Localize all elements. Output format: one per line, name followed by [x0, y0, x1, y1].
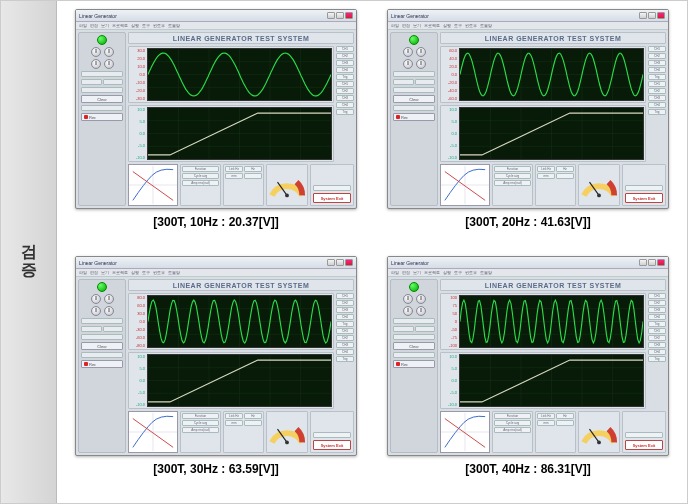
- menu-item[interactable]: 도구: [454, 270, 462, 275]
- titlebar[interactable]: Linear Generator: [388, 257, 668, 269]
- field[interactable]: [393, 71, 435, 77]
- scope-screen[interactable]: [459, 48, 644, 101]
- chip[interactable]: CH1: [336, 46, 354, 52]
- field[interactable]: [81, 79, 102, 85]
- knob[interactable]: [416, 59, 426, 69]
- knob[interactable]: [416, 47, 426, 57]
- chip[interactable]: CH4: [648, 67, 666, 73]
- ctl-field[interactable]: Function: [182, 413, 219, 419]
- knob[interactable]: [403, 47, 413, 57]
- menu-item[interactable]: 보기: [413, 23, 421, 28]
- field[interactable]: [415, 326, 436, 332]
- menu-item[interactable]: 프로젝트: [112, 23, 128, 28]
- chip[interactable]: Trig: [336, 74, 354, 80]
- chip[interactable]: Trig: [648, 321, 666, 327]
- chip[interactable]: CH2: [648, 88, 666, 94]
- ctl-field[interactable]: Cycle avg: [182, 420, 219, 426]
- menu-item[interactable]: 도움말: [168, 270, 180, 275]
- knob[interactable]: [91, 47, 101, 57]
- menu-item[interactable]: 파일: [391, 23, 399, 28]
- mini-scope[interactable]: [440, 164, 490, 206]
- menu-item[interactable]: 보기: [101, 23, 109, 28]
- menu-item[interactable]: 도구: [142, 23, 150, 28]
- scope-screen[interactable]: [147, 295, 332, 348]
- menu-item[interactable]: 도움말: [480, 270, 492, 275]
- max-button[interactable]: [648, 12, 656, 19]
- menu-item[interactable]: 프로젝트: [424, 270, 440, 275]
- field[interactable]: [103, 79, 124, 85]
- system-exit-button[interactable]: System Exit: [313, 440, 351, 450]
- field[interactable]: [393, 326, 414, 332]
- menu-item[interactable]: 실행: [443, 23, 451, 28]
- chip[interactable]: CH4: [336, 102, 354, 108]
- menu-item[interactable]: 편집: [90, 270, 98, 275]
- ctl-field[interactable]: Function: [182, 166, 219, 172]
- chip[interactable]: CH3: [648, 307, 666, 313]
- chip[interactable]: CH1: [336, 328, 354, 334]
- knob[interactable]: [91, 59, 101, 69]
- scope-screen[interactable]: [147, 354, 332, 407]
- chip[interactable]: CH4: [648, 349, 666, 355]
- ctl-field[interactable]: [244, 420, 262, 426]
- chip[interactable]: CH2: [336, 88, 354, 94]
- menu-item[interactable]: 도구: [454, 23, 462, 28]
- knob[interactable]: [91, 294, 101, 304]
- knob[interactable]: [104, 59, 114, 69]
- chip[interactable]: CH4: [336, 314, 354, 320]
- ctl-field[interactable]: Link Hz: [537, 166, 555, 172]
- menu-item[interactable]: 윈도우: [465, 270, 477, 275]
- ctl-field[interactable]: Link Hz: [225, 413, 243, 419]
- menu-item[interactable]: 도구: [142, 270, 150, 275]
- ctl-field[interactable]: mm: [225, 173, 243, 179]
- chip[interactable]: CH3: [336, 342, 354, 348]
- max-button[interactable]: [336, 12, 344, 19]
- system-exit-button[interactable]: System Exit: [625, 193, 663, 203]
- field[interactable]: [393, 105, 435, 111]
- menu-item[interactable]: 프로젝트: [112, 270, 128, 275]
- mini-scope[interactable]: [128, 164, 178, 206]
- chip[interactable]: CH2: [648, 53, 666, 59]
- menu-item[interactable]: 도움말: [168, 23, 180, 28]
- chip[interactable]: CH4: [336, 349, 354, 355]
- mini-scope[interactable]: [440, 411, 490, 453]
- mini-scope[interactable]: [128, 411, 178, 453]
- field[interactable]: [81, 105, 123, 111]
- knob[interactable]: [416, 306, 426, 316]
- field[interactable]: [81, 318, 123, 324]
- knob[interactable]: [416, 294, 426, 304]
- menu-item[interactable]: 보기: [101, 270, 109, 275]
- menu-item[interactable]: 실행: [131, 270, 139, 275]
- menu-item[interactable]: 파일: [391, 270, 399, 275]
- chip[interactable]: CH1: [648, 328, 666, 334]
- chip[interactable]: CH2: [336, 53, 354, 59]
- ctl-field[interactable]: Amp rms(rad): [182, 180, 219, 186]
- menu-item[interactable]: 윈도우: [465, 23, 477, 28]
- ctl-field[interactable]: Amp rms(rad): [494, 427, 531, 433]
- rec-button[interactable]: Rec: [81, 360, 123, 368]
- knob[interactable]: [91, 306, 101, 316]
- field[interactable]: [393, 352, 435, 358]
- chip[interactable]: CH3: [648, 60, 666, 66]
- system-exit-button[interactable]: System Exit: [625, 440, 663, 450]
- rec-button[interactable]: Rec: [393, 360, 435, 368]
- ctl-field[interactable]: Amp rms(rad): [182, 427, 219, 433]
- ctl-field[interactable]: Link Hz: [225, 166, 243, 172]
- chip[interactable]: CH3: [336, 95, 354, 101]
- close-button[interactable]: [657, 259, 665, 266]
- min-button[interactable]: [639, 259, 647, 266]
- titlebar[interactable]: Linear Generator: [76, 10, 356, 22]
- chip[interactable]: CH1: [648, 46, 666, 52]
- clear-button[interactable]: Clear: [81, 342, 123, 350]
- field[interactable]: [393, 87, 435, 93]
- ctl-field[interactable]: mm: [537, 173, 555, 179]
- ctl-field[interactable]: [244, 173, 262, 179]
- menu-item[interactable]: 파일: [79, 23, 87, 28]
- close-button[interactable]: [345, 12, 353, 19]
- ctl-field[interactable]: Hz: [556, 166, 574, 172]
- chip[interactable]: CH2: [336, 335, 354, 341]
- chip[interactable]: CH3: [648, 95, 666, 101]
- chip[interactable]: Trig: [648, 109, 666, 115]
- ctl-field[interactable]: Cycle avg: [494, 420, 531, 426]
- ctl-field[interactable]: [556, 420, 574, 426]
- titlebar[interactable]: Linear Generator: [388, 10, 668, 22]
